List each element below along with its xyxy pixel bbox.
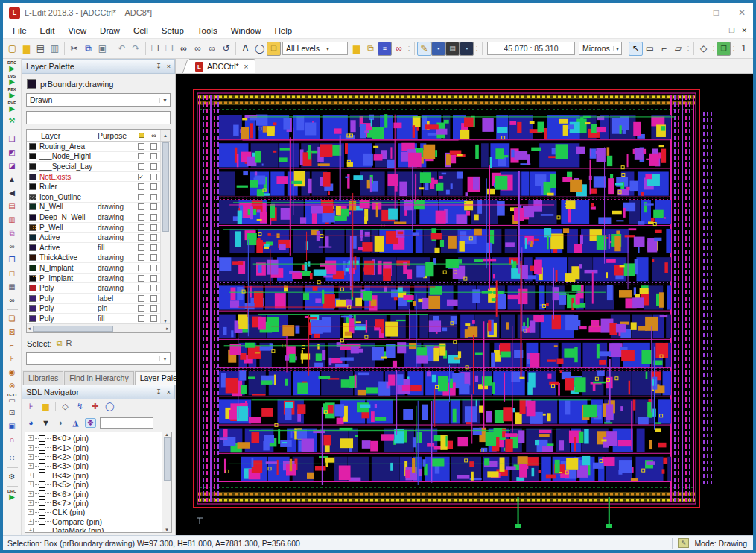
sdl-move-icon[interactable]: ✚ [89,402,101,411]
tree-node[interactable]: +B<0> (pin) [28,434,162,443]
layer-hide-checkbox[interactable] [147,285,160,291]
tree-node-checkbox[interactable] [39,463,45,470]
tree-node-checkbox[interactable] [39,435,45,442]
layer-table-hscrollbar[interactable]: ◄ ► [27,323,170,332]
layer-scroll-right[interactable]: ► [165,326,170,331]
sdl-diamond-icon[interactable]: ◇ [60,402,71,411]
menu-window[interactable]: Window [224,25,268,37]
layer-hide-checkbox[interactable] [147,234,160,241]
layer-lock-checkbox[interactable] [135,254,147,261]
toolbar-overflow[interactable]: ⋮ [751,42,753,56]
sdl-open-folder-icon[interactable]: ▆ [40,402,51,411]
layer-row[interactable]: Activedrawing [27,233,160,243]
tree-node-checkbox[interactable] [39,528,45,533]
circle-tool-button[interactable]: ◉ [4,366,20,379]
copy-cell-button[interactable]: ⧉ [363,42,378,56]
menu-edit[interactable]: Edit [34,25,62,37]
tree-node-checkbox[interactable] [39,472,45,478]
dock-tab-libraries[interactable]: Libraries [23,371,63,385]
layer-hide-checkbox[interactable] [147,224,160,231]
copy-button[interactable]: ⧉ [81,42,95,56]
mdi-close-button[interactable]: ✕ [741,27,747,34]
menu-setup[interactable]: Setup [155,25,191,37]
layer-hide-checkbox[interactable] [147,163,160,170]
layer-lock-checkbox[interactable] [135,305,147,312]
expand-icon[interactable]: + [28,454,34,460]
layer-row[interactable]: ThickActivedrawing [27,253,160,264]
layer-lock-checkbox[interactable] [135,143,147,150]
layout-canvas[interactable] [176,74,752,535]
layer-lock-checkbox[interactable] [135,244,147,251]
layer-row[interactable]: Polydrawing [27,283,160,294]
layer-lock-checkbox[interactable] [135,183,147,190]
sdl-hierarchy-icon[interactable]: ⊦ [25,402,36,411]
open-file-button[interactable]: ▆ [19,42,34,56]
tree-node[interactable]: +B<6> (pin) [28,489,162,498]
layer-lock-checkbox[interactable] [135,275,147,282]
dock-tab-find-in-hierarchy[interactable]: Find in Hierarchy [64,371,133,385]
sdl-route-icon[interactable]: ↯ [74,402,86,411]
layer-column-header[interactable]: Layer [27,131,98,140]
sdl-scroll-up[interactable]: ▲ [165,432,169,437]
layer-hide-checkbox[interactable] [147,214,160,221]
boolean-add-button[interactable]: ◩ [4,146,20,159]
settings-gear-button[interactable]: ⚙ [4,470,20,483]
open-cell-button[interactable]: ▆ [349,42,363,56]
tree-node[interactable]: +CLK (pin) [28,508,162,516]
layer-hide-checkbox[interactable] [147,194,160,200]
layer-row[interactable]: P_Implantdrawing [27,274,160,284]
layer-hide-checkbox[interactable] [147,295,160,302]
layer-palette-button[interactable]: ❏ [267,42,281,56]
layer-scroll-down[interactable]: ▼ [163,319,168,323]
find-previous-button[interactable]: ∞ [205,42,219,56]
layer-row[interactable]: NotExists✓ [27,172,160,183]
layer-lock-checkbox[interactable] [135,234,147,241]
layer-lock-checkbox[interactable]: ✓ [135,174,147,180]
lvs-run-button[interactable]: LVS▶ [4,74,20,86]
replace-layer-icon[interactable]: R [66,338,72,347]
new-file-button[interactable]: ▢ [5,42,19,56]
sdl-dropdown-icon[interactable]: ▼ [40,419,51,427]
expand-icon[interactable]: + [28,473,34,478]
tab-close-icon[interactable]: × [244,63,249,71]
layer-lock-checkbox[interactable] [135,315,147,322]
toolbar-overflow[interactable]: ⋮ [711,42,717,56]
expand-icon[interactable]: + [28,481,34,487]
layer-hide-checkbox[interactable] [147,143,160,150]
find-overlaps-button[interactable]: ∞ [4,240,20,253]
layer-lock-checkbox[interactable] [135,214,147,221]
snap-grid-button[interactable]: ∷ [4,452,20,464]
save-all-button[interactable]: ▤ [445,42,460,56]
edit-mode-button[interactable]: ✎ [417,42,431,56]
layer-row[interactable]: Activefill [27,243,160,253]
toolbar-overflow[interactable]: ⋮ [474,42,480,56]
flip-vertical-button[interactable]: ▲ [4,173,20,186]
drc-local-button[interactable]: DRC▶ [4,489,20,502]
layer-scroll-up[interactable]: ▲ [160,130,170,141]
tree-node[interactable]: +B<3> (pin) [28,461,162,470]
group-button[interactable]: ⧉ [4,227,20,239]
zoom-grid-button[interactable]: ▦ [4,280,20,293]
delete-vertex-button[interactable]: ⊗ [4,379,20,392]
port-tool-button[interactable]: ◇ [696,42,711,56]
expand-icon[interactable]: + [28,509,34,515]
layer-lock-checkbox[interactable] [135,295,147,302]
cascade-windows-button[interactable]: ❒ [162,42,177,56]
menu-cell[interactable]: Cell [127,25,155,37]
tree-node-checkbox[interactable] [39,499,45,506]
curve-tool-button[interactable]: ∩ [4,433,20,446]
layer-table-scrollbar[interactable]: ▼ [160,142,170,323]
instance-tool-button[interactable]: ❒ [717,42,731,56]
layer-row[interactable]: Polypin [27,304,160,315]
maximize-button[interactable]: □ [714,7,719,18]
tree-node-checkbox[interactable] [39,490,45,497]
measure-button[interactable]: Λ [238,42,252,56]
flip-horizontal-button[interactable]: ◀ [4,186,20,199]
sdl-engine-icon[interactable]: ◕ [25,419,36,427]
sdl-scroll-down[interactable]: ▼ [165,528,169,532]
cell-properties-button[interactable]: ≡ [378,42,392,56]
view-levels-select[interactable]: All Levels▼ [282,42,348,55]
layer-hide-checkbox[interactable] [147,265,160,271]
cancel-box-button[interactable]: ⊠ [4,326,20,338]
layer-hide-checkbox[interactable] [147,275,160,282]
